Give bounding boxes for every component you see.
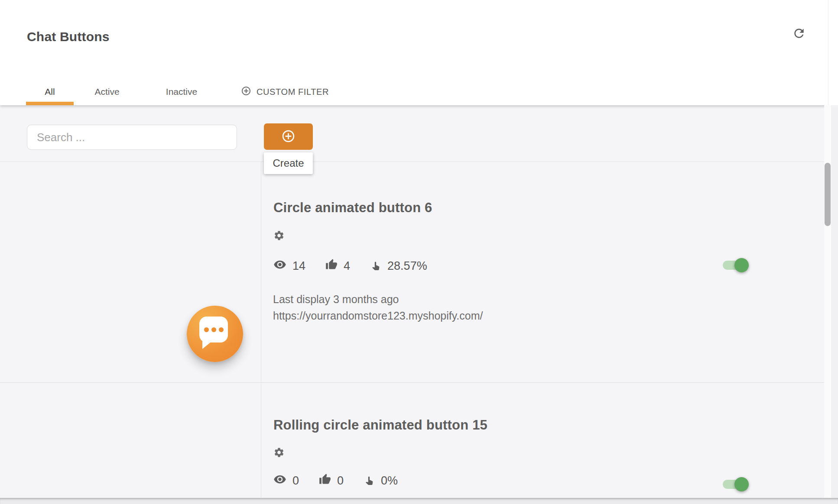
settings-gear-icon[interactable] <box>273 447 285 458</box>
click-rate-value: 28.57% <box>387 259 427 273</box>
bubble-dot <box>219 327 224 332</box>
page-header: Chat Buttons All Active Inactive CUSTOM … <box>0 0 838 105</box>
create-tooltip: Create <box>264 152 313 174</box>
eye-icon <box>273 473 286 489</box>
bubble-dot <box>204 327 209 332</box>
thumb-up-icon <box>325 258 338 274</box>
likes-count: 4 <box>344 259 350 273</box>
last-display-text: Last display 3 months ago <box>273 291 483 307</box>
button-title: Circle animated button 6 <box>273 200 432 216</box>
click-rate-stat: 28.57% <box>370 259 427 273</box>
right-gutter <box>831 105 838 498</box>
thumb-up-icon <box>319 473 331 488</box>
views-stat: 0 <box>273 473 299 489</box>
likes-stat: 4 <box>325 258 350 274</box>
likes-count: 0 <box>337 474 344 488</box>
tab-all[interactable]: All <box>26 78 74 105</box>
custom-filter-label: CUSTOM FILTER <box>257 87 329 97</box>
add-circle-icon <box>241 86 251 98</box>
refresh-button[interactable] <box>789 24 809 43</box>
active-toggle[interactable] <box>723 480 749 489</box>
tab-inactive[interactable]: Inactive <box>140 78 223 105</box>
button-preview-cell <box>0 162 261 382</box>
scrollbar-thumb[interactable] <box>825 163 831 226</box>
custom-filter-button[interactable]: CUSTOM FILTER <box>241 78 329 105</box>
scrollbar-track[interactable] <box>824 105 831 498</box>
toggle-knob <box>734 477 749 491</box>
views-stat: 14 <box>273 258 305 274</box>
settings-gear-icon[interactable] <box>273 230 285 241</box>
views-count: 14 <box>292 259 305 273</box>
row-meta: Last display 3 months ago https://yourra… <box>273 291 483 324</box>
main-content: Create Circle animated button 6 <box>0 105 824 498</box>
click-rate-stat: 0% <box>364 474 398 488</box>
bottom-edge <box>0 498 838 504</box>
likes-stat: 0 <box>319 473 344 488</box>
list-item: Circle animated button 6 14 4 <box>0 162 824 383</box>
eye-icon <box>273 258 286 274</box>
button-title: Rolling circle animated button 15 <box>273 417 487 433</box>
toggle-knob <box>734 258 749 272</box>
active-toggle[interactable] <box>723 261 749 270</box>
views-count: 0 <box>292 474 299 488</box>
button-preview-cell <box>0 383 261 498</box>
tap-icon <box>364 474 375 488</box>
page-title: Chat Buttons <box>27 29 110 44</box>
chat-bubble-icon <box>199 317 228 342</box>
tap-icon <box>370 259 381 273</box>
stats-row: 0 0 0% <box>273 473 398 489</box>
click-rate-value: 0% <box>381 474 398 488</box>
stats-row: 14 4 28.57% <box>273 258 427 274</box>
chat-button-list: Circle animated button 6 14 4 <box>0 162 824 498</box>
gutter-divider <box>828 0 828 105</box>
chat-button-preview-icon[interactable] <box>187 306 243 362</box>
store-url: https://yourrandomstore123.myshopify.com… <box>273 307 483 324</box>
tab-active[interactable]: Active <box>74 78 140 105</box>
tab-bar: All Active Inactive CUSTOM FILTER <box>26 78 329 105</box>
refresh-icon <box>792 26 806 42</box>
toolbar: Create <box>0 105 824 162</box>
list-item: Rolling circle animated button 15 0 0 <box>0 383 824 498</box>
add-circle-icon <box>281 129 296 145</box>
search-input[interactable] <box>27 125 237 150</box>
bubble-dot <box>211 327 216 332</box>
create-button[interactable] <box>264 123 313 150</box>
